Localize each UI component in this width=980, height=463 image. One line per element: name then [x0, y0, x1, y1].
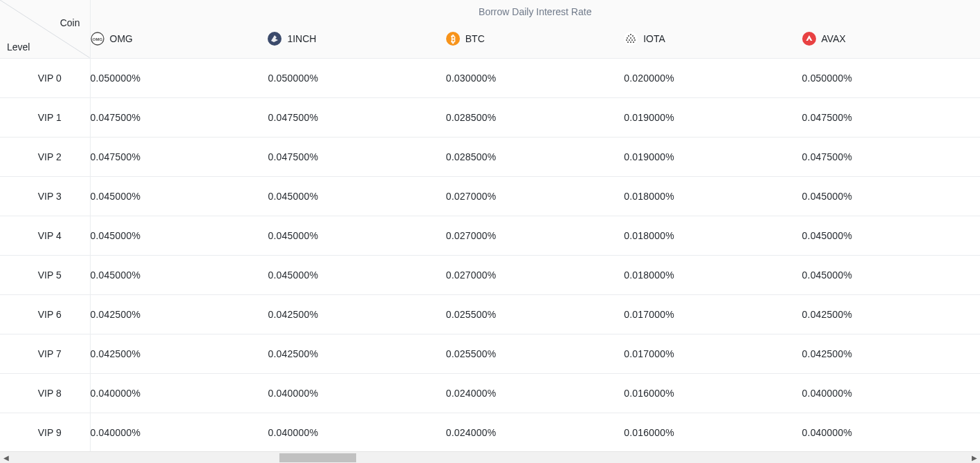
svg-point-14 [629, 39, 630, 41]
1inch-icon [268, 32, 281, 46]
coin-symbol: AVAX [822, 33, 846, 44]
rate-cell: 0.042500% [90, 294, 268, 334]
rate-cell: 0.024000% [446, 413, 624, 451]
rate-cell: 0.018000% [624, 255, 802, 294]
rate-cell: 0.017000% [624, 334, 802, 373]
level-cell: VIP 3 [0, 176, 90, 216]
table-row: VIP 90.040000%0.040000%0.024000%0.016000… [0, 413, 980, 451]
rate-table-container: Coin Level Borrow Daily Interest Rate OM… [0, 0, 980, 451]
svg-point-11 [630, 37, 631, 39]
table-row: VIP 70.042500%0.042500%0.025500%0.017000… [0, 334, 980, 373]
rate-cell: 0.045000% [268, 255, 445, 294]
level-cell: VIP 4 [0, 216, 90, 255]
rate-cell: 0.027000% [446, 176, 624, 216]
svg-point-7 [630, 34, 631, 35]
rate-cell: 0.027000% [446, 216, 624, 255]
table-row: VIP 00.050000%0.050000%0.030000%0.020000… [0, 58, 980, 97]
rate-cell: 0.047500% [268, 97, 445, 137]
svg-text:OMG: OMG [92, 37, 102, 41]
rate-cell: 0.047500% [90, 97, 268, 137]
rate-cell: 0.027000% [446, 255, 624, 294]
svg-point-13 [626, 39, 627, 41]
rate-cell: 0.024000% [446, 373, 624, 413]
rate-cell: 0.018000% [624, 216, 802, 255]
coin-header-omg[interactable]: OMGOMG [90, 19, 268, 58]
table-row: VIP 20.047500%0.047500%0.028500%0.019000… [0, 137, 980, 176]
level-cell: VIP 5 [0, 255, 90, 294]
rate-cell: 0.045000% [268, 176, 445, 216]
coin-header-avax[interactable]: AVAX [802, 19, 980, 58]
level-cell: VIP 6 [0, 294, 90, 334]
svg-text:₿: ₿ [450, 33, 455, 44]
coin-header-1inch[interactable]: 1INCH [268, 19, 445, 58]
svg-point-12 [634, 37, 635, 39]
svg-point-8 [628, 35, 629, 37]
level-cell: VIP 0 [0, 58, 90, 97]
rate-cell: 0.028500% [446, 137, 624, 176]
rate-cell: 0.040000% [90, 373, 268, 413]
table-row: VIP 50.045000%0.045000%0.027000%0.018000… [0, 255, 980, 294]
coin-symbol: IOTA [643, 33, 665, 44]
btc-icon: ₿ [446, 32, 460, 46]
rate-cell: 0.047500% [802, 137, 980, 176]
rate-cell: 0.045000% [268, 216, 445, 255]
avax-icon [802, 32, 816, 46]
coin-symbol: BTC [465, 33, 485, 44]
rate-cell: 0.020000% [624, 58, 802, 97]
rate-cell: 0.025500% [446, 294, 624, 334]
coin-header-iota[interactable]: IOTA [624, 19, 802, 58]
table-row: VIP 80.040000%0.040000%0.024000%0.016000… [0, 373, 980, 413]
level-cell: VIP 7 [0, 334, 90, 373]
svg-point-16 [634, 39, 636, 41]
corner-cell: Coin Level [0, 0, 90, 58]
level-cell: VIP 9 [0, 413, 90, 451]
rate-cell: 0.045000% [802, 176, 980, 216]
scroll-left-button[interactable]: ◀ [0, 452, 12, 464]
rate-cell: 0.042500% [90, 334, 268, 373]
rate-cell: 0.016000% [624, 413, 802, 451]
level-cell: VIP 2 [0, 137, 90, 176]
level-cell: VIP 1 [0, 97, 90, 137]
rate-cell: 0.025500% [446, 334, 624, 373]
coin-header-btc[interactable]: ₿BTC [446, 19, 624, 58]
svg-point-15 [631, 39, 633, 41]
coin-symbol: OMG [110, 33, 133, 44]
rate-cell: 0.017000% [624, 294, 802, 334]
rate-cell: 0.047500% [268, 137, 445, 176]
rate-cell: 0.040000% [802, 373, 980, 413]
scroll-track[interactable] [12, 452, 968, 463]
table-row: VIP 60.042500%0.042500%0.025500%0.017000… [0, 294, 980, 334]
rate-table: Coin Level Borrow Daily Interest Rate OM… [0, 0, 980, 451]
rate-cell: 0.040000% [268, 373, 445, 413]
svg-point-18 [630, 41, 631, 43]
rate-cell: 0.042500% [268, 294, 445, 334]
rate-cell: 0.045000% [90, 216, 268, 255]
scroll-right-button[interactable]: ▶ [968, 452, 980, 464]
rate-cell: 0.018000% [624, 176, 802, 216]
group-header: Borrow Daily Interest Rate [90, 0, 980, 19]
level-cell: VIP 8 [0, 373, 90, 413]
rate-cell: 0.050000% [90, 58, 268, 97]
rate-cell: 0.045000% [90, 176, 268, 216]
rate-cell: 0.016000% [624, 373, 802, 413]
svg-point-10 [627, 37, 628, 39]
rate-cell: 0.042500% [268, 334, 445, 373]
rate-cell: 0.045000% [802, 216, 980, 255]
table-row: VIP 40.045000%0.045000%0.027000%0.018000… [0, 216, 980, 255]
rate-cell: 0.042500% [802, 334, 980, 373]
rate-cell: 0.045000% [802, 255, 980, 294]
rate-cell: 0.028500% [446, 97, 624, 137]
rate-cell: 0.050000% [268, 58, 445, 97]
rate-cell: 0.040000% [802, 413, 980, 451]
rate-cell: 0.047500% [90, 137, 268, 176]
iota-icon [624, 32, 638, 46]
rate-cell: 0.050000% [802, 58, 980, 97]
scroll-thumb[interactable] [279, 453, 356, 462]
coin-symbol: 1INCH [287, 33, 316, 44]
rate-cell: 0.047500% [802, 97, 980, 137]
table-row: VIP 10.047500%0.047500%0.028500%0.019000… [0, 97, 980, 137]
omg-icon: OMG [91, 32, 104, 46]
svg-point-17 [627, 41, 629, 43]
svg-point-9 [632, 35, 634, 37]
horizontal-scrollbar[interactable]: ◀ ▶ [0, 451, 980, 463]
